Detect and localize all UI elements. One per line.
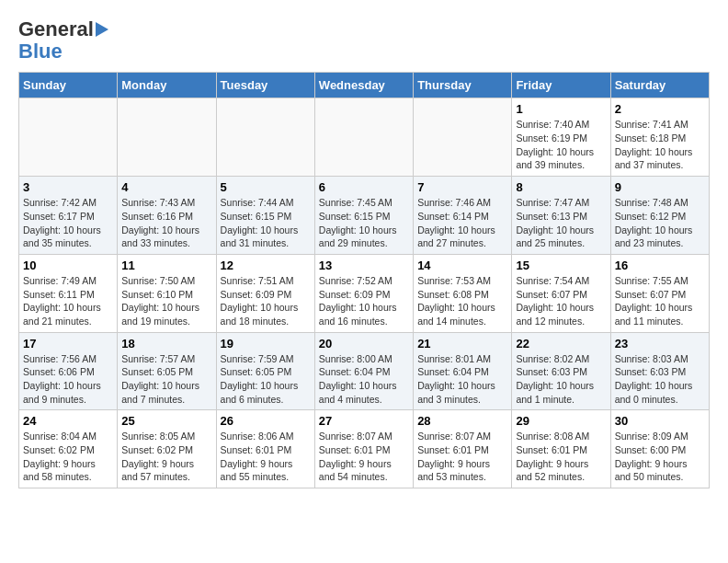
calendar-cell: 10Sunrise: 7:49 AM Sunset: 6:11 PM Dayli…: [19, 254, 118, 332]
calendar-cell: 28Sunrise: 8:07 AM Sunset: 6:01 PM Dayli…: [414, 410, 512, 488]
logo: General Blue: [18, 18, 108, 63]
calendar-cell: 17Sunrise: 7:56 AM Sunset: 6:06 PM Dayli…: [19, 332, 118, 410]
day-info: Sunrise: 7:59 AM Sunset: 6:05 PM Dayligh…: [221, 352, 311, 407]
calendar-cell: 7Sunrise: 7:46 AM Sunset: 6:14 PM Daylig…: [414, 177, 512, 255]
day-info: Sunrise: 8:07 AM Sunset: 6:01 PM Dayligh…: [319, 430, 409, 484]
day-number: 28: [417, 414, 507, 428]
day-number: 17: [23, 337, 113, 350]
day-number: 11: [121, 259, 211, 272]
day-number: 29: [516, 414, 606, 428]
day-number: 20: [319, 337, 409, 350]
day-info: Sunrise: 8:01 AM Sunset: 6:04 PM Dayligh…: [417, 352, 507, 407]
calendar-cell: [314, 98, 413, 177]
calendar-cell: 9Sunrise: 7:48 AM Sunset: 6:12 PM Daylig…: [610, 177, 709, 255]
day-number: 19: [221, 337, 311, 350]
day-number: 7: [417, 180, 507, 194]
calendar-cell: 29Sunrise: 8:08 AM Sunset: 6:01 PM Dayli…: [512, 410, 610, 488]
day-info: Sunrise: 7:41 AM Sunset: 6:18 PM Dayligh…: [615, 118, 705, 172]
logo-text: General: [18, 18, 94, 40]
day-info: Sunrise: 7:52 AM Sunset: 6:09 PM Dayligh…: [319, 274, 409, 328]
weekday-header-monday: Monday: [118, 73, 216, 98]
day-info: Sunrise: 7:40 AM Sunset: 6:19 PM Dayligh…: [516, 118, 606, 172]
day-number: 12: [221, 259, 311, 272]
calendar-cell: 20Sunrise: 8:00 AM Sunset: 6:04 PM Dayli…: [314, 332, 413, 410]
calendar-cell: 12Sunrise: 7:51 AM Sunset: 6:09 PM Dayli…: [216, 254, 314, 332]
day-number: 14: [417, 259, 507, 272]
day-number: 18: [121, 337, 211, 350]
day-info: Sunrise: 7:53 AM Sunset: 6:08 PM Dayligh…: [417, 274, 507, 328]
calendar-cell: 18Sunrise: 7:57 AM Sunset: 6:05 PM Dayli…: [118, 332, 216, 410]
day-number: 9: [615, 180, 705, 194]
day-number: 30: [615, 414, 705, 428]
weekday-header-sunday: Sunday: [19, 73, 118, 98]
weekday-header-saturday: Saturday: [610, 73, 709, 98]
page-header: General Blue: [18, 18, 710, 63]
day-info: Sunrise: 7:46 AM Sunset: 6:14 PM Dayligh…: [417, 196, 507, 250]
day-number: 22: [516, 337, 606, 350]
calendar-cell: 23Sunrise: 8:03 AM Sunset: 6:03 PM Dayli…: [610, 332, 709, 410]
day-info: Sunrise: 7:42 AM Sunset: 6:17 PM Dayligh…: [23, 196, 113, 250]
logo-blue: Blue: [18, 40, 63, 63]
day-info: Sunrise: 7:44 AM Sunset: 6:15 PM Dayligh…: [221, 196, 311, 250]
day-info: Sunrise: 8:06 AM Sunset: 6:01 PM Dayligh…: [221, 430, 311, 484]
day-info: Sunrise: 8:02 AM Sunset: 6:03 PM Dayligh…: [516, 352, 606, 407]
calendar-cell: 26Sunrise: 8:06 AM Sunset: 6:01 PM Dayli…: [216, 410, 314, 488]
day-info: Sunrise: 7:55 AM Sunset: 6:07 PM Dayligh…: [615, 274, 705, 328]
calendar-cell: 16Sunrise: 7:55 AM Sunset: 6:07 PM Dayli…: [610, 254, 709, 332]
day-info: Sunrise: 8:07 AM Sunset: 6:01 PM Dayligh…: [417, 430, 507, 484]
calendar-cell: 5Sunrise: 7:44 AM Sunset: 6:15 PM Daylig…: [216, 177, 314, 255]
day-info: Sunrise: 8:00 AM Sunset: 6:04 PM Dayligh…: [319, 352, 409, 407]
day-number: 21: [417, 337, 507, 350]
day-number: 25: [121, 414, 211, 428]
calendar-cell: 2Sunrise: 7:41 AM Sunset: 6:18 PM Daylig…: [610, 98, 709, 177]
day-number: 2: [615, 102, 705, 116]
calendar-cell: 25Sunrise: 8:05 AM Sunset: 6:02 PM Dayli…: [118, 410, 216, 488]
calendar-cell: [19, 98, 118, 177]
calendar-header-row: SundayMondayTuesdayWednesdayThursdayFrid…: [19, 73, 710, 98]
calendar-cell: 24Sunrise: 8:04 AM Sunset: 6:02 PM Dayli…: [19, 410, 118, 488]
day-info: Sunrise: 7:56 AM Sunset: 6:06 PM Dayligh…: [23, 352, 113, 407]
calendar-cell: 14Sunrise: 7:53 AM Sunset: 6:08 PM Dayli…: [414, 254, 512, 332]
calendar-week-row: 24Sunrise: 8:04 AM Sunset: 6:02 PM Dayli…: [19, 410, 710, 488]
day-number: 1: [516, 102, 606, 116]
calendar-week-row: 10Sunrise: 7:49 AM Sunset: 6:11 PM Dayli…: [19, 254, 710, 332]
day-number: 6: [319, 180, 409, 194]
calendar-cell: 13Sunrise: 7:52 AM Sunset: 6:09 PM Dayli…: [314, 254, 413, 332]
calendar-cell: 1Sunrise: 7:40 AM Sunset: 6:19 PM Daylig…: [512, 98, 610, 177]
calendar-cell: 22Sunrise: 8:02 AM Sunset: 6:03 PM Dayli…: [512, 332, 610, 410]
day-info: Sunrise: 8:03 AM Sunset: 6:03 PM Dayligh…: [615, 352, 705, 407]
day-number: 13: [319, 259, 409, 272]
day-number: 3: [23, 180, 113, 194]
calendar-cell: [118, 98, 216, 177]
day-number: 8: [516, 180, 606, 194]
calendar-week-row: 1Sunrise: 7:40 AM Sunset: 6:19 PM Daylig…: [19, 98, 710, 177]
day-number: 4: [121, 180, 211, 194]
day-number: 27: [319, 414, 409, 428]
weekday-header-friday: Friday: [512, 73, 610, 98]
logo-arrow-icon: [96, 22, 108, 37]
calendar-cell: [216, 98, 314, 177]
day-info: Sunrise: 7:49 AM Sunset: 6:11 PM Dayligh…: [23, 274, 113, 328]
calendar-week-row: 17Sunrise: 7:56 AM Sunset: 6:06 PM Dayli…: [19, 332, 710, 410]
day-number: 15: [516, 259, 606, 272]
weekday-header-thursday: Thursday: [414, 73, 512, 98]
day-info: Sunrise: 8:05 AM Sunset: 6:02 PM Dayligh…: [121, 430, 211, 484]
calendar-cell: 21Sunrise: 8:01 AM Sunset: 6:04 PM Dayli…: [414, 332, 512, 410]
calendar-cell: 8Sunrise: 7:47 AM Sunset: 6:13 PM Daylig…: [512, 177, 610, 255]
calendar-cell: 11Sunrise: 7:50 AM Sunset: 6:10 PM Dayli…: [118, 254, 216, 332]
day-info: Sunrise: 7:51 AM Sunset: 6:09 PM Dayligh…: [221, 274, 311, 328]
day-number: 10: [23, 259, 113, 272]
day-info: Sunrise: 8:08 AM Sunset: 6:01 PM Dayligh…: [516, 430, 606, 484]
day-info: Sunrise: 7:57 AM Sunset: 6:05 PM Dayligh…: [121, 352, 211, 407]
calendar-week-row: 3Sunrise: 7:42 AM Sunset: 6:17 PM Daylig…: [19, 177, 710, 255]
day-info: Sunrise: 7:54 AM Sunset: 6:07 PM Dayligh…: [516, 274, 606, 328]
calendar-cell: 30Sunrise: 8:09 AM Sunset: 6:00 PM Dayli…: [610, 410, 709, 488]
day-info: Sunrise: 7:47 AM Sunset: 6:13 PM Dayligh…: [516, 196, 606, 250]
calendar-table: SundayMondayTuesdayWednesdayThursdayFrid…: [18, 72, 710, 488]
calendar-cell: 3Sunrise: 7:42 AM Sunset: 6:17 PM Daylig…: [19, 177, 118, 255]
day-number: 23: [615, 337, 705, 350]
day-number: 5: [221, 180, 311, 194]
day-info: Sunrise: 7:43 AM Sunset: 6:16 PM Dayligh…: [121, 196, 211, 250]
weekday-header-wednesday: Wednesday: [314, 73, 413, 98]
day-info: Sunrise: 8:04 AM Sunset: 6:02 PM Dayligh…: [23, 430, 113, 484]
